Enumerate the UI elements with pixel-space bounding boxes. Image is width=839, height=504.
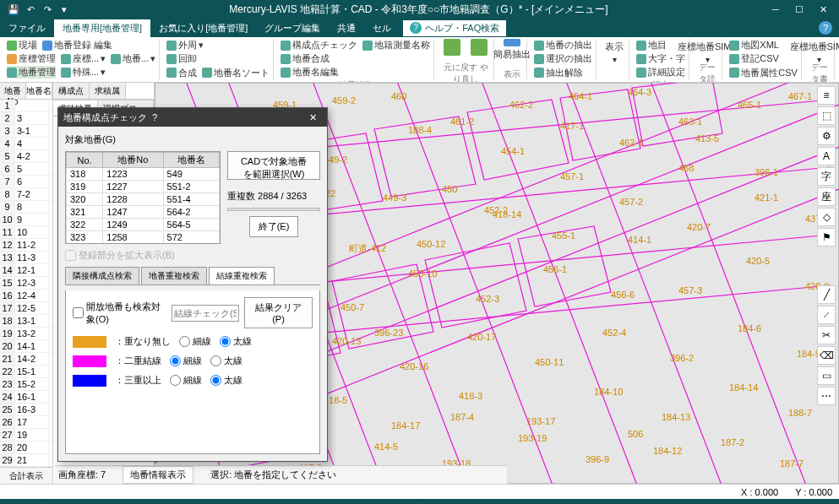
- btn-chiban-dd[interactable]: 地番...▾: [111, 52, 155, 65]
- btn-coord-dd[interactable]: 座標...▾: [61, 52, 106, 65]
- dialog-row[interactable]: 3211247564-2: [67, 206, 220, 219]
- tool-flag-icon[interactable]: ⚑: [817, 228, 836, 247]
- tool-letter-icon[interactable]: 字: [817, 167, 836, 186]
- left-row[interactable]: 1311-3: [0, 252, 52, 264]
- left-row[interactable]: 2014-1: [0, 340, 52, 353]
- left-row[interactable]: 65: [0, 163, 52, 176]
- left-tab-name[interactable]: 地番名: [26, 83, 52, 99]
- left-row[interactable]: 33-1: [0, 125, 52, 138]
- btn-sort[interactable]: 地番名ソート: [202, 67, 270, 79]
- btn-genba[interactable]: 現場: [7, 39, 37, 51]
- qat-save-icon[interactable]: 💾: [7, 3, 20, 16]
- open-chiban-checkbox[interactable]: 開放地番も検索対象(O): [73, 301, 166, 326]
- cad-range-select-button[interactable]: CADで対象地番を範囲選択(W): [227, 151, 320, 180]
- radio-double-thick[interactable]: 太線: [210, 355, 242, 367]
- dialog-row[interactable]: 3241336水-255: [67, 244, 220, 245]
- tab-common[interactable]: 共通: [329, 19, 364, 37]
- dialog-row[interactable]: 3181223549: [67, 168, 220, 181]
- btn-chimoku[interactable]: 地目: [636, 39, 667, 51]
- left-row[interactable]: 54-2: [0, 150, 52, 163]
- left-row[interactable]: 2516-3: [0, 404, 52, 416]
- chiban-info-button[interactable]: 地番情報表示: [123, 466, 193, 484]
- maximize-button[interactable]: ☐: [790, 4, 809, 15]
- btn-export-sima[interactable]: 座標地番SIMA▾: [809, 39, 831, 61]
- btn-import-touki[interactable]: 登記CSV: [729, 52, 779, 65]
- tool-text-icon[interactable]: A: [817, 147, 836, 165]
- btn-coord-mgmt[interactable]: 座標管理: [7, 52, 56, 65]
- mid-tab-kyuseki[interactable]: 求積属: [90, 83, 126, 99]
- radio-double-thin[interactable]: 細線: [170, 355, 202, 367]
- left-row[interactable]: 2416-1: [0, 391, 52, 404]
- left-row[interactable]: 76: [0, 176, 52, 188]
- left-row[interactable]: 2921: [0, 454, 52, 467]
- btn-simple-extract[interactable]: 簡易抽出: [501, 39, 523, 61]
- left-footer[interactable]: 合計表示: [0, 467, 52, 484]
- tool-coord-icon[interactable]: 座: [817, 187, 836, 206]
- left-row[interactable]: 1412-1: [0, 264, 52, 277]
- left-row[interactable]: 109: [0, 214, 52, 226]
- dialog-row[interactable]: 3231258572: [67, 231, 220, 244]
- btn-import-attr[interactable]: 地番属性CSV: [729, 67, 798, 79]
- end-button[interactable]: 終了(E): [249, 216, 299, 237]
- btn-chiban-name-edit[interactable]: 地番名編集: [281, 66, 339, 79]
- left-row[interactable]: 1813-1: [0, 315, 52, 328]
- btn-extract-cancel[interactable]: 抽出解除: [534, 67, 583, 79]
- left-row[interactable]: 1612-4: [0, 290, 52, 302]
- close-button[interactable]: ✕: [814, 4, 832, 15]
- btn-detail-setting[interactable]: 詳細設定: [636, 66, 685, 79]
- tool-eraser-icon[interactable]: ⌫: [817, 346, 836, 365]
- tool-shape-icon[interactable]: ◇: [817, 208, 836, 226]
- tool-line2-icon[interactable]: ⟋: [817, 306, 836, 324]
- btn-kousei-check[interactable]: 構成点チェック: [281, 39, 357, 51]
- tab-chiban[interactable]: 地番専用[地番管理]: [54, 19, 150, 37]
- btn-display[interactable]: 表示▾: [603, 39, 625, 61]
- target-grid[interactable]: No.地番No地番名31812235493191227551-232012285…: [65, 151, 221, 244]
- btn-import-sima[interactable]: 座標地番SIMA▾: [696, 39, 718, 61]
- left-row[interactable]: 1110: [0, 226, 52, 239]
- tab-favorites[interactable]: お気に入り[地番管理]: [150, 19, 256, 37]
- qat-redo-icon[interactable]: ↷: [41, 3, 54, 16]
- left-row[interactable]: 2820: [0, 442, 52, 454]
- left-row[interactable]: 1512-3: [0, 277, 52, 290]
- tool-scissors-icon[interactable]: ✂: [817, 326, 836, 344]
- btn-gaishuu[interactable]: 外周▾: [166, 39, 204, 51]
- btn-undo[interactable]: [441, 39, 463, 61]
- tool-settings-icon[interactable]: ⚙: [817, 127, 836, 145]
- tab-adjacent[interactable]: 隣接構成点検索: [65, 267, 139, 285]
- tab-cell[interactable]: セル: [364, 19, 400, 37]
- tab-group-edit[interactable]: グループ編集: [256, 19, 329, 37]
- btn-kaoroshi[interactable]: 回卸: [166, 52, 197, 65]
- radio-none-thin[interactable]: 細線: [179, 335, 211, 348]
- dialog-row[interactable]: 3191227551-2: [67, 181, 220, 193]
- dialog-titlebar[interactable]: 地番構成点チェック ? ✕: [58, 108, 327, 127]
- btn-chiban-gousei[interactable]: 地番合成: [281, 52, 330, 65]
- left-row[interactable]: 2114-2: [0, 353, 52, 366]
- tool-hand-icon[interactable]: ≡: [817, 86, 836, 105]
- left-row[interactable]: 2315-2: [0, 378, 52, 391]
- left-row[interactable]: 2617: [0, 416, 52, 429]
- kessen-check-input[interactable]: [172, 305, 239, 322]
- left-grid[interactable]: 12333-14454-2657687-29810911101211-21311…: [0, 100, 52, 467]
- left-row[interactable]: 1211-2: [0, 239, 52, 252]
- left-row[interactable]: 2719: [0, 429, 52, 442]
- tool-more-icon[interactable]: ⋯: [817, 387, 836, 405]
- left-row[interactable]: 1913-2: [0, 328, 52, 340]
- mid-tab-kousei[interactable]: 構成点: [53, 83, 90, 99]
- left-row[interactable]: 87-2: [0, 188, 52, 201]
- btn-ooaza[interactable]: 大字・字: [636, 52, 685, 65]
- result-clear-button[interactable]: 結果クリア(P): [244, 297, 313, 328]
- tool-line-icon[interactable]: ╱: [817, 285, 836, 304]
- tab-kessen-dup[interactable]: 結線重複検索: [209, 267, 275, 285]
- left-row[interactable]: 98: [0, 201, 52, 214]
- left-tab-no[interactable]: 地番No: [0, 83, 26, 99]
- left-row[interactable]: 1: [0, 100, 52, 112]
- help-icon[interactable]: ?: [819, 21, 832, 35]
- qat-undo-icon[interactable]: ↶: [24, 3, 37, 16]
- btn-extract-chiban[interactable]: 地番の抽出: [534, 39, 592, 51]
- dialog-row[interactable]: 3201228551-4: [67, 193, 220, 206]
- minimize-button[interactable]: ─: [766, 4, 785, 15]
- help-search[interactable]: ヘルプ・FAQ検索: [403, 20, 506, 36]
- tab-file[interactable]: ファイル: [0, 19, 54, 37]
- dialog-row[interactable]: 3221249564-5: [67, 219, 220, 231]
- btn-special-dd[interactable]: 特殊...▾: [61, 66, 106, 79]
